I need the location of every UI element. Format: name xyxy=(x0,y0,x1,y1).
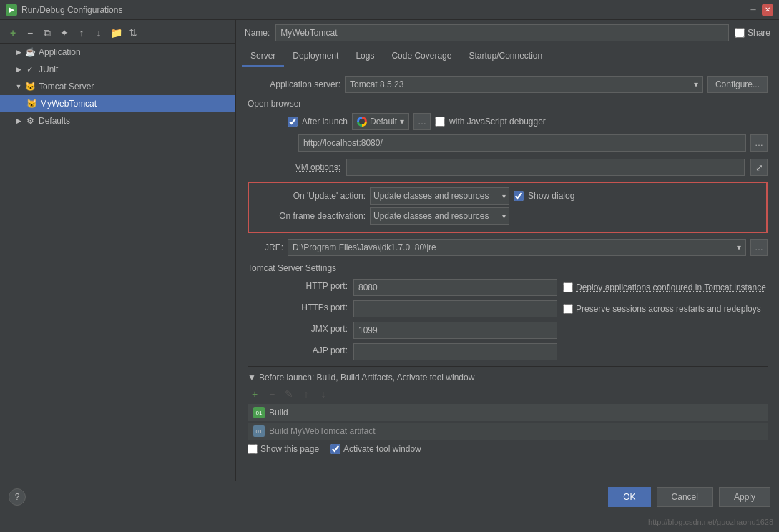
sidebar-item-junit[interactable]: ▶ ✓ JUnit xyxy=(0,61,235,78)
https-port-input[interactable] xyxy=(353,300,557,317)
server-settings-title: Tomcat Server Settings xyxy=(248,263,768,273)
jre-arrow: ▾ xyxy=(737,242,741,252)
minimize-button[interactable]: ─ xyxy=(748,4,759,16)
expand-arrow-tomcat: ▼ xyxy=(14,82,23,91)
vm-expand-button[interactable]: ⤢ xyxy=(750,159,768,176)
jre-value: D:\Program Files\Java\jdk1.7.0_80\jre xyxy=(293,242,436,252)
apply-button[interactable]: Apply xyxy=(719,487,770,507)
share-label: Share xyxy=(748,28,770,38)
sidebar-item-defaults[interactable]: ▶ ⚙ Defaults xyxy=(0,112,235,129)
update-section: On 'Update' action: Update classes and r… xyxy=(248,182,768,233)
copy-config-button[interactable]: ⧉ xyxy=(40,26,54,40)
show-this-page-label: Show this page xyxy=(260,444,319,454)
ok-button[interactable]: OK xyxy=(608,487,650,507)
url-row: … xyxy=(248,134,768,152)
tab-startup[interactable]: Startup/Connection xyxy=(460,46,551,66)
add-config-button[interactable]: + xyxy=(6,26,20,40)
show-dialog-label: Show dialog xyxy=(528,191,574,201)
browser-dropdown[interactable]: Default ▾ xyxy=(352,113,409,130)
share-checkbox[interactable] xyxy=(735,28,745,38)
jmx-port-label: JMX port: xyxy=(248,322,348,339)
tomcat-icon: 🐱 xyxy=(24,81,36,92)
browser-arrow: ▾ xyxy=(400,117,404,127)
help-button[interactable]: ? xyxy=(9,488,26,506)
ajp-port-input[interactable] xyxy=(353,343,557,360)
sidebar-item-tomcat[interactable]: ▼ 🐱 Tomcat Server xyxy=(0,78,235,95)
share-area: Share xyxy=(735,28,770,38)
before-launch-up-button[interactable]: ↑ xyxy=(299,387,313,401)
move-down-button[interactable]: ↓ xyxy=(92,26,106,40)
jre-dropdown[interactable]: D:\Program Files\Java\jdk1.7.0_80\jre ▾ xyxy=(288,239,746,256)
on-frame-value: Update classes and resources xyxy=(373,211,489,221)
expand-arrow-junit: ▶ xyxy=(14,65,23,74)
move-up-button[interactable]: ↑ xyxy=(74,26,89,40)
app-server-label: Application server: xyxy=(248,79,340,89)
tab-logs[interactable]: Logs xyxy=(347,46,383,66)
application-server-row: Application server: Tomcat 8.5.23 ▾ Conf… xyxy=(248,76,768,93)
before-launch-add-button[interactable]: + xyxy=(248,387,262,401)
title-bar: ▶ Run/Debug Configurations ─ ✕ xyxy=(0,0,779,20)
on-frame-label: On frame deactivation: xyxy=(255,211,366,221)
activate-tool-window-checkbox[interactable] xyxy=(330,444,340,454)
tab-code-coverage[interactable]: Code Coverage xyxy=(383,46,460,66)
title-bar-text: Run/Debug Configurations xyxy=(21,5,122,15)
preserve-sessions-checkbox[interactable] xyxy=(563,304,573,314)
app-server-dropdown[interactable]: Tomcat 8.5.23 ▾ xyxy=(345,76,703,93)
before-launch-down-button[interactable]: ↓ xyxy=(316,387,330,401)
js-debugger-checkbox[interactable] xyxy=(435,117,445,127)
chrome-icon xyxy=(357,117,367,127)
before-launch-remove-button[interactable]: − xyxy=(265,387,279,401)
before-launch-edit-button[interactable]: ✎ xyxy=(282,387,296,401)
junit-label: JUnit xyxy=(39,64,58,74)
after-launch-checkbox[interactable] xyxy=(288,117,298,127)
jmx-port-input[interactable] xyxy=(353,322,557,339)
application-label: Application xyxy=(39,47,81,57)
jre-more-button[interactable]: … xyxy=(750,239,768,256)
build-item: 01 Build xyxy=(248,404,768,421)
vm-options-label: VM options: xyxy=(248,162,340,172)
vm-options-input[interactable] xyxy=(346,159,745,176)
remove-config-button[interactable]: − xyxy=(23,26,37,40)
unknown-btn[interactable]: ✦ xyxy=(57,26,72,40)
url-more-button[interactable]: … xyxy=(750,134,768,152)
right-panel: Name: Share Server Deployment Logs Code … xyxy=(236,20,779,481)
on-frame-dropdown[interactable]: Update classes and resources ▾ xyxy=(370,207,509,225)
show-this-page-checkbox[interactable] xyxy=(248,444,258,454)
sidebar-item-application[interactable]: ▶ ☕ Application xyxy=(0,44,235,61)
on-frame-arrow: ▾ xyxy=(502,212,506,220)
http-port-input[interactable] xyxy=(353,279,557,296)
name-input[interactable] xyxy=(275,24,729,41)
name-bar: Name: Share xyxy=(236,20,779,46)
defaults-icon: ⚙ xyxy=(24,115,36,127)
close-button[interactable]: ✕ xyxy=(762,4,773,16)
sidebar: + − ⧉ ✦ ↑ ↓ 📁 ⇅ ▶ ☕ Application ▶ ✓ JUni… xyxy=(0,20,236,481)
build-artifact-icon: 01 xyxy=(253,425,265,437)
ajp-port-label: AJP port: xyxy=(248,343,348,360)
app-icon: ▶ xyxy=(6,4,17,16)
browser-more-button[interactable]: … xyxy=(413,113,431,130)
defaults-label: Defaults xyxy=(39,116,70,126)
configure-button[interactable]: Configure... xyxy=(707,76,768,93)
open-browser-section: Open browser After launch Default ▾ … xyxy=(248,99,768,152)
mywebtomcat-icon: 🐱 xyxy=(26,98,37,109)
before-launch-title: ▼ Before launch: Build, Build Artifacts,… xyxy=(248,373,768,383)
deploy-apps-checkbox[interactable] xyxy=(563,282,573,292)
mywebtomcat-label: MyWebTomcat xyxy=(40,99,97,109)
https-port-label: HTTPs port: xyxy=(248,300,348,317)
cancel-button[interactable]: Cancel xyxy=(657,487,713,507)
build-item-label: Build xyxy=(269,408,288,418)
folder-button[interactable]: 📁 xyxy=(109,26,123,40)
on-update-label: On 'Update' action: xyxy=(255,191,366,201)
sidebar-item-mywebtomcat[interactable]: 🐱 MyWebTomcat xyxy=(0,95,235,112)
show-dialog-checkbox[interactable] xyxy=(514,191,524,201)
tab-deployment[interactable]: Deployment xyxy=(284,46,347,66)
url-input[interactable] xyxy=(298,134,746,152)
jre-row: JRE: D:\Program Files\Java\jdk1.7.0_80\j… xyxy=(248,239,768,256)
tab-server[interactable]: Server xyxy=(242,46,284,66)
open-browser-title: Open browser xyxy=(248,99,768,109)
on-update-dropdown[interactable]: Update classes and resources ▾ xyxy=(370,187,509,205)
sort-button[interactable]: ⇅ xyxy=(126,26,140,40)
activate-tool-window-label: Activate tool window xyxy=(343,444,421,454)
build-item-icon: 01 xyxy=(253,407,265,418)
preserve-sessions-label: Preserve sessions across restarts and re… xyxy=(576,304,761,314)
